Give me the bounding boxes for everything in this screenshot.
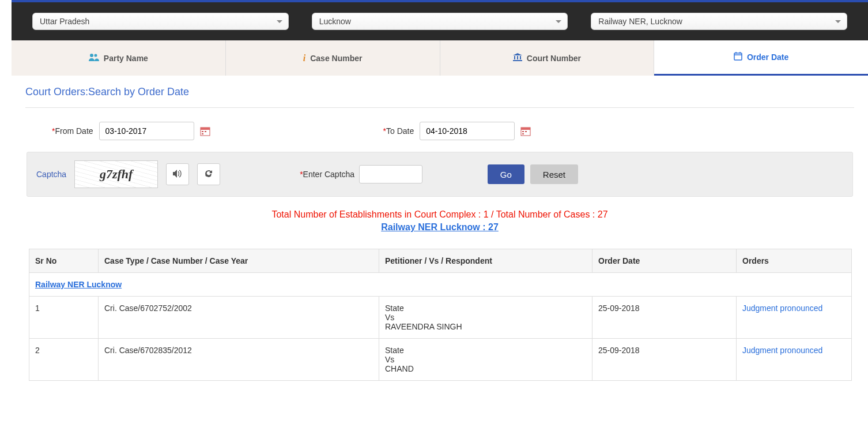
filter-bar: Uttar Pradesh Lucknow Railway NER, Luckn… — [12, 2, 868, 40]
col-date: Order Date — [592, 249, 737, 273]
table-row: 2Cri. Case/6702835/2012State Vs CHAND25-… — [29, 339, 852, 381]
complex-value: Railway NER, Lucknow — [598, 17, 682, 26]
cell-case: Cri. Case/6702835/2012 — [99, 339, 379, 381]
tab-order-label: Order Date — [747, 53, 788, 62]
tab-court-label: Court Number — [527, 54, 581, 63]
date-filter-row: *From Date *To Date — [25, 108, 854, 152]
col-parties: Petitioner / Vs / Respondent — [379, 249, 592, 273]
table-group-link[interactable]: Railway NER Lucknow — [35, 280, 122, 289]
svg-rect-15 — [522, 133, 524, 134]
from-date-label: From Date — [55, 126, 93, 136]
go-button[interactable]: Go — [488, 164, 524, 184]
establishments-prefix: Total Number of Establishments in Court … — [271, 209, 483, 219]
complex-dropdown[interactable]: Railway NER, Lucknow — [591, 13, 847, 30]
cell-parties: State Vs CHAND — [379, 339, 592, 381]
from-date-calendar-icon[interactable] — [200, 126, 210, 136]
speaker-icon — [173, 170, 182, 179]
enter-captcha-label: Enter Captcha — [303, 170, 355, 179]
results-table: Sr No Case Type / Case Number / Case Yea… — [29, 249, 852, 381]
tab-court-number[interactable]: Court Number — [440, 40, 655, 76]
table-row: 1Cri. Case/6702752/2002State Vs RAVEENDR… — [29, 297, 852, 339]
tab-party-label: Party Name — [104, 54, 148, 63]
tab-case-number[interactable]: i Case Number — [226, 40, 440, 76]
cell-date: 25-09-2018 — [592, 297, 737, 339]
cases-count: 27 — [598, 209, 608, 219]
section-title: Court Orders:Search by Order Date — [25, 86, 854, 108]
cell-case: Cri. Case/6702752/2002 — [99, 297, 379, 339]
info-icon: i — [303, 53, 305, 63]
svg-point-1 — [94, 54, 97, 57]
to-date-calendar-icon[interactable] — [520, 126, 531, 136]
city-value: Lucknow — [319, 17, 351, 26]
order-link[interactable]: Judgment pronounced — [742, 304, 822, 313]
svg-rect-12 — [521, 128, 530, 130]
to-date-label: To Date — [386, 126, 414, 136]
cell-srno: 2 — [29, 339, 99, 381]
col-srno: Sr No — [29, 249, 99, 273]
tab-party-name[interactable]: Party Name — [12, 40, 226, 76]
cell-date: 25-09-2018 — [592, 339, 737, 381]
svg-rect-14 — [525, 131, 527, 132]
svg-rect-10 — [202, 133, 203, 134]
court-icon — [513, 53, 522, 63]
to-date-input[interactable] — [420, 122, 515, 140]
state-value: Uttar Pradesh — [40, 17, 89, 26]
col-orders: Orders — [737, 249, 852, 273]
establishment-link[interactable]: Railway NER Lucknow : 27 — [381, 222, 499, 232]
reset-button[interactable]: Reset — [530, 164, 578, 184]
tab-case-label: Case Number — [310, 54, 362, 63]
cell-srno: 1 — [29, 297, 99, 339]
summary-divider: / — [489, 209, 494, 219]
captcha-audio-button[interactable] — [166, 163, 189, 185]
city-dropdown[interactable]: Lucknow — [312, 13, 568, 30]
svg-rect-2 — [734, 53, 742, 60]
from-date-input[interactable] — [99, 122, 194, 140]
tab-order-date[interactable]: Order Date — [654, 40, 868, 76]
refresh-icon — [204, 169, 213, 180]
cases-prefix: Total Number of Cases : — [494, 209, 598, 219]
order-link[interactable]: Judgment pronounced — [742, 346, 822, 355]
captcha-input[interactable] — [359, 165, 422, 183]
captcha-label: Captcha — [36, 170, 66, 179]
captcha-row: Captcha g7zfhf *Enter Captcha Go Reset — [27, 152, 853, 197]
svg-rect-7 — [201, 128, 210, 130]
col-case: Case Type / Case Number / Case Year — [99, 249, 379, 273]
captcha-refresh-button[interactable] — [197, 163, 220, 185]
cell-parties: State Vs RAVEENDRA SINGH — [379, 297, 592, 339]
establishments-count: 1 — [484, 209, 489, 219]
svg-rect-8 — [202, 131, 203, 132]
search-tabs: Party Name i Case Number Court Number Or… — [12, 40, 868, 76]
state-dropdown[interactable]: Uttar Pradesh — [32, 13, 289, 30]
results-summary: Total Number of Establishments in Court … — [25, 197, 854, 238]
svg-rect-13 — [522, 131, 524, 132]
users-icon — [89, 53, 99, 63]
svg-rect-9 — [205, 131, 206, 132]
svg-point-0 — [90, 54, 93, 57]
captcha-image: g7zfhf — [74, 160, 158, 188]
calendar-icon — [734, 52, 742, 62]
